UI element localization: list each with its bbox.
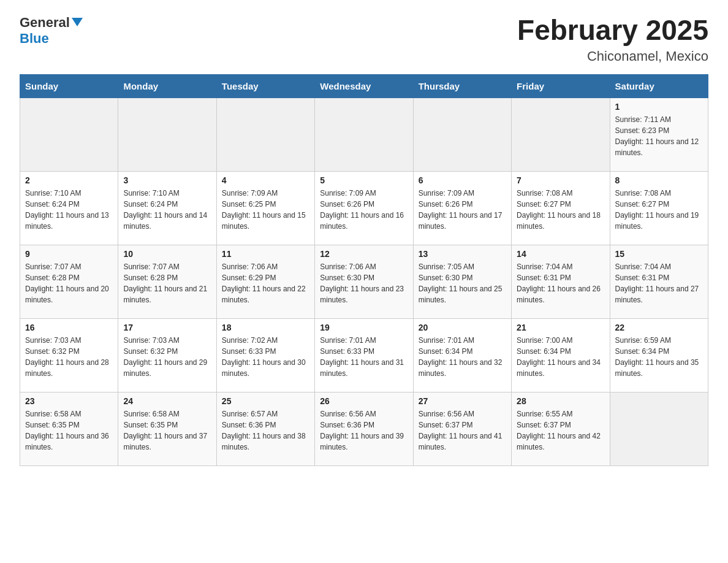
calendar-week-row: 1Sunrise: 7:11 AMSunset: 6:23 PMDaylight… bbox=[20, 98, 708, 171]
daylight-text: Daylight: 11 hours and 38 minutes. bbox=[222, 431, 309, 453]
sunrise-text: Sunrise: 6:55 AM bbox=[517, 408, 604, 419]
day-info: Sunrise: 7:10 AMSunset: 6:24 PMDaylight:… bbox=[25, 188, 113, 232]
daylight-text: Daylight: 11 hours and 15 minutes. bbox=[222, 210, 309, 232]
calendar-cell: 24Sunrise: 6:58 AMSunset: 6:35 PMDayligh… bbox=[118, 392, 216, 465]
day-info: Sunrise: 7:07 AMSunset: 6:28 PMDaylight:… bbox=[25, 261, 113, 305]
sunrise-text: Sunrise: 7:06 AM bbox=[222, 261, 309, 272]
day-info: Sunrise: 7:03 AMSunset: 6:32 PMDaylight:… bbox=[25, 335, 113, 379]
day-number: 12 bbox=[320, 249, 408, 259]
calendar-header: SundayMondayTuesdayWednesdayThursdayFrid… bbox=[20, 74, 708, 98]
day-number: 18 bbox=[222, 323, 309, 332]
day-info: Sunrise: 7:09 AMSunset: 6:25 PMDaylight:… bbox=[222, 188, 309, 232]
calendar-cell: 25Sunrise: 6:57 AMSunset: 6:36 PMDayligh… bbox=[216, 392, 314, 465]
sunset-text: Sunset: 6:37 PM bbox=[419, 419, 506, 431]
calendar-cell: 15Sunrise: 7:04 AMSunset: 6:31 PMDayligh… bbox=[610, 245, 708, 318]
sunrise-text: Sunrise: 7:08 AM bbox=[517, 188, 604, 199]
sunrise-text: Sunrise: 6:57 AM bbox=[222, 408, 309, 419]
day-number: 1 bbox=[615, 102, 703, 112]
day-number: 25 bbox=[222, 396, 309, 406]
calendar-week-row: 23Sunrise: 6:58 AMSunset: 6:35 PMDayligh… bbox=[20, 392, 708, 465]
calendar-cell bbox=[512, 98, 610, 171]
daylight-text: Daylight: 11 hours and 36 minutes. bbox=[25, 431, 113, 453]
daylight-text: Daylight: 11 hours and 39 minutes. bbox=[320, 431, 408, 453]
calendar-cell: 14Sunrise: 7:04 AMSunset: 6:31 PMDayligh… bbox=[512, 245, 610, 318]
sunset-text: Sunset: 6:35 PM bbox=[123, 419, 211, 431]
day-number: 23 bbox=[25, 396, 113, 406]
sunset-text: Sunset: 6:34 PM bbox=[615, 346, 703, 357]
calendar-week-row: 16Sunrise: 7:03 AMSunset: 6:32 PMDayligh… bbox=[20, 318, 708, 392]
day-number: 8 bbox=[615, 175, 703, 185]
daylight-text: Daylight: 11 hours and 13 minutes. bbox=[25, 210, 113, 232]
sunset-text: Sunset: 6:27 PM bbox=[517, 199, 604, 210]
day-number: 15 bbox=[615, 249, 703, 259]
weekday-header-saturday: Saturday bbox=[610, 74, 708, 98]
page-header: General Blue February 2025 Chiconamel, M… bbox=[20, 15, 708, 64]
sunset-text: Sunset: 6:23 PM bbox=[615, 125, 703, 136]
weekday-header-thursday: Thursday bbox=[413, 74, 511, 98]
weekday-header-sunday: Sunday bbox=[20, 74, 118, 98]
day-info: Sunrise: 6:56 AMSunset: 6:36 PMDaylight:… bbox=[320, 408, 408, 453]
logo-triangle-icon bbox=[72, 18, 83, 26]
daylight-text: Daylight: 11 hours and 42 minutes. bbox=[517, 431, 604, 453]
daylight-text: Daylight: 11 hours and 29 minutes. bbox=[123, 357, 211, 379]
day-info: Sunrise: 6:59 AMSunset: 6:34 PMDaylight:… bbox=[615, 335, 703, 379]
day-info: Sunrise: 6:57 AMSunset: 6:36 PMDaylight:… bbox=[222, 408, 309, 453]
weekday-header-row: SundayMondayTuesdayWednesdayThursdayFrid… bbox=[20, 74, 708, 98]
day-info: Sunrise: 6:58 AMSunset: 6:35 PMDaylight:… bbox=[25, 408, 113, 453]
logo: General Blue bbox=[20, 15, 83, 47]
calendar-cell bbox=[610, 392, 708, 465]
calendar-cell: 13Sunrise: 7:05 AMSunset: 6:30 PMDayligh… bbox=[413, 245, 511, 318]
calendar-cell: 21Sunrise: 7:00 AMSunset: 6:34 PMDayligh… bbox=[512, 318, 610, 392]
calendar-week-row: 2Sunrise: 7:10 AMSunset: 6:24 PMDaylight… bbox=[20, 171, 708, 245]
day-number: 19 bbox=[320, 323, 408, 332]
day-info: Sunrise: 6:55 AMSunset: 6:37 PMDaylight:… bbox=[517, 408, 604, 453]
day-number: 21 bbox=[517, 323, 604, 332]
calendar-cell: 9Sunrise: 7:07 AMSunset: 6:28 PMDaylight… bbox=[20, 245, 118, 318]
sunrise-text: Sunrise: 7:01 AM bbox=[419, 335, 506, 346]
calendar-cell bbox=[413, 98, 511, 171]
day-number: 13 bbox=[419, 249, 506, 259]
daylight-text: Daylight: 11 hours and 21 minutes. bbox=[123, 283, 211, 305]
day-number: 4 bbox=[222, 175, 309, 185]
day-number: 7 bbox=[517, 175, 604, 185]
sunrise-text: Sunrise: 7:09 AM bbox=[320, 188, 408, 199]
day-number: 27 bbox=[419, 396, 506, 406]
sunrise-text: Sunrise: 6:58 AM bbox=[25, 408, 113, 419]
day-number: 24 bbox=[123, 396, 211, 406]
sunrise-text: Sunrise: 7:03 AM bbox=[123, 335, 211, 346]
daylight-text: Daylight: 11 hours and 25 minutes. bbox=[419, 283, 506, 305]
day-info: Sunrise: 7:06 AMSunset: 6:30 PMDaylight:… bbox=[320, 261, 408, 305]
sunrise-text: Sunrise: 7:03 AM bbox=[25, 335, 113, 346]
sunset-text: Sunset: 6:37 PM bbox=[517, 419, 604, 431]
day-number: 20 bbox=[419, 323, 506, 332]
calendar-cell: 7Sunrise: 7:08 AMSunset: 6:27 PMDaylight… bbox=[512, 171, 610, 245]
sunset-text: Sunset: 6:34 PM bbox=[419, 346, 506, 357]
daylight-text: Daylight: 11 hours and 12 minutes. bbox=[615, 136, 703, 158]
daylight-text: Daylight: 11 hours and 26 minutes. bbox=[517, 283, 604, 305]
calendar-cell bbox=[315, 98, 413, 171]
daylight-text: Daylight: 11 hours and 37 minutes. bbox=[123, 431, 211, 453]
day-number: 9 bbox=[25, 249, 113, 259]
day-info: Sunrise: 7:01 AMSunset: 6:34 PMDaylight:… bbox=[419, 335, 506, 379]
calendar-cell: 11Sunrise: 7:06 AMSunset: 6:29 PMDayligh… bbox=[216, 245, 314, 318]
day-info: Sunrise: 7:03 AMSunset: 6:32 PMDaylight:… bbox=[123, 335, 211, 379]
sunrise-text: Sunrise: 6:56 AM bbox=[320, 408, 408, 419]
calendar-cell: 6Sunrise: 7:09 AMSunset: 6:26 PMDaylight… bbox=[413, 171, 511, 245]
sunset-text: Sunset: 6:24 PM bbox=[123, 199, 211, 210]
sunrise-text: Sunrise: 6:56 AM bbox=[419, 408, 506, 419]
daylight-text: Daylight: 11 hours and 30 minutes. bbox=[222, 357, 309, 379]
daylight-text: Daylight: 11 hours and 31 minutes. bbox=[320, 357, 408, 379]
logo-blue: Blue bbox=[20, 31, 49, 47]
sunrise-text: Sunrise: 7:10 AM bbox=[25, 188, 113, 199]
daylight-text: Daylight: 11 hours and 14 minutes. bbox=[123, 210, 211, 232]
daylight-text: Daylight: 11 hours and 35 minutes. bbox=[615, 357, 703, 379]
daylight-text: Daylight: 11 hours and 34 minutes. bbox=[517, 357, 604, 379]
sunset-text: Sunset: 6:36 PM bbox=[222, 419, 309, 431]
sunset-text: Sunset: 6:34 PM bbox=[517, 346, 604, 357]
calendar-cell: 1Sunrise: 7:11 AMSunset: 6:23 PMDaylight… bbox=[610, 98, 708, 171]
day-info: Sunrise: 7:10 AMSunset: 6:24 PMDaylight:… bbox=[123, 188, 211, 232]
day-info: Sunrise: 7:09 AMSunset: 6:26 PMDaylight:… bbox=[419, 188, 506, 232]
weekday-header-monday: Monday bbox=[118, 74, 216, 98]
weekday-header-tuesday: Tuesday bbox=[216, 74, 314, 98]
weekday-header-friday: Friday bbox=[512, 74, 610, 98]
